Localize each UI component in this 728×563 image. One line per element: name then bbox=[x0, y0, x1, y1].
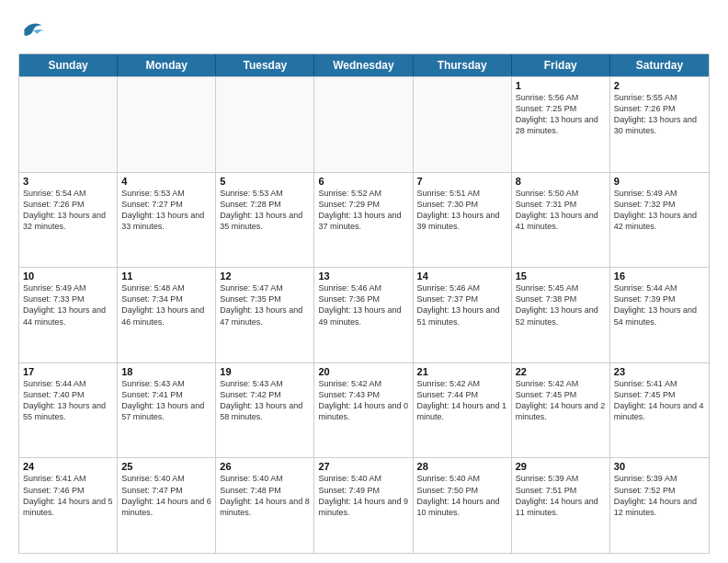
day-number: 15 bbox=[516, 270, 606, 282]
day-cell-empty bbox=[414, 77, 512, 172]
day-number: 11 bbox=[121, 270, 211, 282]
day-number: 7 bbox=[417, 176, 507, 187]
calendar: SundayMondayTuesdayWednesdayThursdayFrid… bbox=[18, 53, 710, 554]
day-cell-21: 21Sunrise: 5:42 AM Sunset: 7:44 PM Dayli… bbox=[414, 363, 512, 458]
week-row-4: 24Sunrise: 5:41 AM Sunset: 7:46 PM Dayli… bbox=[19, 457, 709, 553]
day-number: 20 bbox=[318, 366, 408, 377]
day-cell-empty bbox=[118, 77, 216, 172]
day-cell-27: 27Sunrise: 5:40 AM Sunset: 7:49 PM Dayli… bbox=[314, 458, 413, 553]
day-info: Sunrise: 5:49 AM Sunset: 7:33 PM Dayligh… bbox=[23, 282, 113, 327]
day-cell-28: 28Sunrise: 5:40 AM Sunset: 7:50 PM Dayli… bbox=[414, 458, 512, 553]
day-cell-empty bbox=[216, 77, 314, 172]
day-number: 29 bbox=[516, 461, 606, 472]
day-number: 23 bbox=[614, 366, 705, 377]
day-info: Sunrise: 5:41 AM Sunset: 7:45 PM Dayligh… bbox=[614, 378, 705, 423]
day-header-monday: Monday bbox=[118, 54, 216, 76]
day-cell-12: 12Sunrise: 5:47 AM Sunset: 7:35 PM Dayli… bbox=[216, 268, 314, 362]
day-header-thursday: Thursday bbox=[414, 54, 512, 76]
day-info: Sunrise: 5:51 AM Sunset: 7:30 PM Dayligh… bbox=[417, 188, 507, 233]
day-info: Sunrise: 5:46 AM Sunset: 7:37 PM Dayligh… bbox=[417, 282, 507, 327]
page: SundayMondayTuesdayWednesdayThursdayFrid… bbox=[0, 0, 728, 563]
day-info: Sunrise: 5:42 AM Sunset: 7:43 PM Dayligh… bbox=[318, 378, 408, 423]
day-number: 18 bbox=[121, 366, 211, 377]
day-number: 28 bbox=[417, 461, 507, 472]
header bbox=[18, 15, 710, 44]
day-info: Sunrise: 5:50 AM Sunset: 7:31 PM Dayligh… bbox=[516, 188, 606, 233]
day-info: Sunrise: 5:39 AM Sunset: 7:51 PM Dayligh… bbox=[516, 473, 606, 518]
day-cell-20: 20Sunrise: 5:42 AM Sunset: 7:43 PM Dayli… bbox=[314, 363, 413, 458]
day-cell-4: 4Sunrise: 5:53 AM Sunset: 7:27 PM Daylig… bbox=[118, 173, 216, 268]
day-cell-13: 13Sunrise: 5:46 AM Sunset: 7:36 PM Dayli… bbox=[314, 268, 413, 362]
calendar-body: 1Sunrise: 5:56 AM Sunset: 7:25 PM Daylig… bbox=[19, 76, 709, 553]
day-number: 17 bbox=[23, 366, 113, 377]
day-info: Sunrise: 5:44 AM Sunset: 7:40 PM Dayligh… bbox=[23, 378, 113, 423]
day-cell-22: 22Sunrise: 5:42 AM Sunset: 7:45 PM Dayli… bbox=[512, 363, 610, 458]
day-cell-5: 5Sunrise: 5:53 AM Sunset: 7:28 PM Daylig… bbox=[216, 173, 314, 268]
day-cell-1: 1Sunrise: 5:56 AM Sunset: 7:25 PM Daylig… bbox=[512, 77, 610, 172]
day-cell-10: 10Sunrise: 5:49 AM Sunset: 7:33 PM Dayli… bbox=[19, 268, 118, 362]
day-info: Sunrise: 5:41 AM Sunset: 7:46 PM Dayligh… bbox=[23, 473, 113, 518]
day-header-friday: Friday bbox=[512, 54, 610, 76]
week-row-2: 10Sunrise: 5:49 AM Sunset: 7:33 PM Dayli… bbox=[19, 267, 709, 362]
day-number: 16 bbox=[614, 270, 705, 282]
day-info: Sunrise: 5:43 AM Sunset: 7:41 PM Dayligh… bbox=[121, 378, 211, 423]
day-info: Sunrise: 5:53 AM Sunset: 7:27 PM Dayligh… bbox=[121, 188, 211, 233]
day-info: Sunrise: 5:42 AM Sunset: 7:44 PM Dayligh… bbox=[417, 378, 507, 423]
day-cell-30: 30Sunrise: 5:39 AM Sunset: 7:52 PM Dayli… bbox=[610, 458, 709, 553]
day-number: 30 bbox=[614, 461, 705, 472]
day-header-wednesday: Wednesday bbox=[314, 54, 413, 76]
day-number: 22 bbox=[516, 366, 606, 377]
day-info: Sunrise: 5:44 AM Sunset: 7:39 PM Dayligh… bbox=[614, 282, 705, 327]
logo-icon bbox=[18, 15, 48, 44]
day-cell-25: 25Sunrise: 5:40 AM Sunset: 7:47 PM Dayli… bbox=[118, 458, 216, 553]
week-row-3: 17Sunrise: 5:44 AM Sunset: 7:40 PM Dayli… bbox=[19, 362, 709, 458]
day-number: 8 bbox=[516, 176, 606, 187]
day-cell-3: 3Sunrise: 5:54 AM Sunset: 7:26 PM Daylig… bbox=[19, 173, 118, 268]
day-cell-empty bbox=[19, 77, 118, 172]
day-number: 14 bbox=[417, 270, 507, 282]
day-number: 9 bbox=[614, 176, 705, 187]
day-cell-6: 6Sunrise: 5:52 AM Sunset: 7:29 PM Daylig… bbox=[314, 173, 413, 268]
day-number: 10 bbox=[23, 270, 113, 282]
day-cell-2: 2Sunrise: 5:55 AM Sunset: 7:26 PM Daylig… bbox=[610, 77, 709, 172]
day-info: Sunrise: 5:47 AM Sunset: 7:35 PM Dayligh… bbox=[220, 282, 310, 327]
day-number: 26 bbox=[220, 461, 310, 472]
day-info: Sunrise: 5:54 AM Sunset: 7:26 PM Dayligh… bbox=[23, 188, 113, 233]
day-cell-26: 26Sunrise: 5:40 AM Sunset: 7:48 PM Dayli… bbox=[216, 458, 314, 553]
day-info: Sunrise: 5:55 AM Sunset: 7:26 PM Dayligh… bbox=[614, 92, 705, 137]
week-row-0: 1Sunrise: 5:56 AM Sunset: 7:25 PM Daylig… bbox=[19, 76, 709, 172]
day-cell-14: 14Sunrise: 5:46 AM Sunset: 7:37 PM Dayli… bbox=[414, 268, 512, 362]
day-cell-29: 29Sunrise: 5:39 AM Sunset: 7:51 PM Dayli… bbox=[512, 458, 610, 553]
day-info: Sunrise: 5:45 AM Sunset: 7:38 PM Dayligh… bbox=[516, 282, 606, 327]
day-info: Sunrise: 5:53 AM Sunset: 7:28 PM Dayligh… bbox=[220, 188, 310, 233]
day-header-sunday: Sunday bbox=[19, 54, 118, 76]
day-number: 27 bbox=[318, 461, 408, 472]
day-cell-9: 9Sunrise: 5:49 AM Sunset: 7:32 PM Daylig… bbox=[610, 173, 709, 268]
day-cell-8: 8Sunrise: 5:50 AM Sunset: 7:31 PM Daylig… bbox=[512, 173, 610, 268]
week-row-1: 3Sunrise: 5:54 AM Sunset: 7:26 PM Daylig… bbox=[19, 172, 709, 268]
day-cell-24: 24Sunrise: 5:41 AM Sunset: 7:46 PM Dayli… bbox=[19, 458, 118, 553]
day-number: 5 bbox=[220, 176, 310, 187]
day-number: 6 bbox=[318, 176, 408, 187]
day-number: 3 bbox=[23, 176, 113, 187]
day-cell-7: 7Sunrise: 5:51 AM Sunset: 7:30 PM Daylig… bbox=[414, 173, 512, 268]
day-cell-19: 19Sunrise: 5:43 AM Sunset: 7:42 PM Dayli… bbox=[216, 363, 314, 458]
day-info: Sunrise: 5:40 AM Sunset: 7:50 PM Dayligh… bbox=[417, 473, 507, 518]
day-cell-empty bbox=[314, 77, 413, 172]
day-info: Sunrise: 5:42 AM Sunset: 7:45 PM Dayligh… bbox=[516, 378, 606, 423]
day-cell-15: 15Sunrise: 5:45 AM Sunset: 7:38 PM Dayli… bbox=[512, 268, 610, 362]
day-cell-23: 23Sunrise: 5:41 AM Sunset: 7:45 PM Dayli… bbox=[610, 363, 709, 458]
day-info: Sunrise: 5:43 AM Sunset: 7:42 PM Dayligh… bbox=[220, 378, 310, 423]
day-headers: SundayMondayTuesdayWednesdayThursdayFrid… bbox=[19, 54, 709, 76]
day-cell-18: 18Sunrise: 5:43 AM Sunset: 7:41 PM Dayli… bbox=[118, 363, 216, 458]
day-number: 4 bbox=[121, 176, 211, 187]
day-cell-17: 17Sunrise: 5:44 AM Sunset: 7:40 PM Dayli… bbox=[19, 363, 118, 458]
day-info: Sunrise: 5:40 AM Sunset: 7:47 PM Dayligh… bbox=[121, 473, 211, 518]
day-number: 21 bbox=[417, 366, 507, 377]
day-info: Sunrise: 5:56 AM Sunset: 7:25 PM Dayligh… bbox=[516, 92, 606, 137]
day-info: Sunrise: 5:40 AM Sunset: 7:48 PM Dayligh… bbox=[220, 473, 310, 518]
day-number: 25 bbox=[121, 461, 211, 472]
day-info: Sunrise: 5:49 AM Sunset: 7:32 PM Dayligh… bbox=[614, 188, 705, 233]
day-cell-11: 11Sunrise: 5:48 AM Sunset: 7:34 PM Dayli… bbox=[118, 268, 216, 362]
day-number: 13 bbox=[318, 270, 408, 282]
